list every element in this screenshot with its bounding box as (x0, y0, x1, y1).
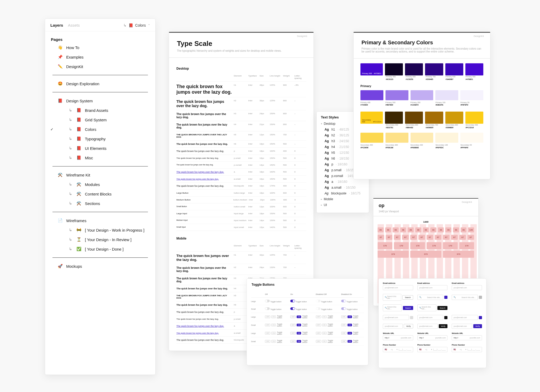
color-swatch[interactable] (411, 90, 433, 100)
color-swatch[interactable] (360, 90, 383, 100)
email-field[interactable]: you@email.com (452, 285, 482, 290)
toggle-cell[interactable]: Toggle button (290, 300, 313, 303)
search-icon-button[interactable] (479, 296, 482, 299)
toggle-switch-cell[interactable]: OFFON Toggle switch (290, 315, 313, 319)
color-swatch[interactable] (425, 112, 443, 124)
toggle-cell[interactable]: Toggle button (290, 307, 313, 310)
page-item[interactable]: 🚀Mockups (51, 261, 150, 271)
email-field[interactable]: you@email.com (383, 324, 403, 329)
search-button[interactable]: Search (402, 295, 413, 300)
color-swatch[interactable] (425, 63, 443, 75)
color-swatch[interactable] (385, 63, 403, 75)
toggle-switch-cell[interactable]: OFFON Toggle switch (265, 331, 288, 335)
page-item[interactable]: ⚒️Wireframe Kit (51, 170, 150, 180)
color-swatch[interactable] (360, 133, 383, 143)
type-scale-row: The quick brown fox jumps over the lazy … (176, 169, 306, 176)
page-child-item[interactable]: ✓↳📕Colors (51, 125, 150, 134)
color-swatch[interactable] (445, 63, 463, 75)
page-child-item[interactable]: ↳📕Typography (51, 134, 150, 144)
email-field[interactable]: you@email.com (417, 285, 448, 290)
verify-button[interactable]: Verify (439, 324, 448, 328)
search-input[interactable]: 🔍 Search this site… (417, 304, 436, 311)
color-swatch[interactable] (435, 133, 458, 143)
color-swatch-hero[interactable]: Secondary 500#FCCD16 (360, 112, 383, 124)
page-child-item[interactable]: ↳📕Misc (51, 153, 150, 162)
verify-button[interactable]: Verify (473, 324, 482, 328)
website-field[interactable]: http:// yoursite.com (383, 335, 413, 340)
text-style-row[interactable]: Aga.small· 16/150 (321, 186, 365, 189)
color-swatch[interactable] (411, 133, 433, 143)
tab-assets[interactable]: Assets (68, 23, 80, 27)
tab-layers[interactable]: Layers (50, 23, 63, 27)
search-input[interactable]: 🔍 Search this site… (383, 304, 402, 311)
color-swatch[interactable] (405, 112, 423, 124)
toggle-switch-cell[interactable]: OFFON Toggle switch (290, 331, 313, 335)
page-child-item[interactable]: ↳🚧[ Your Design - Work in Progress ] (51, 225, 150, 235)
toggle-cell[interactable]: Toggle button (265, 307, 288, 310)
page-child-item[interactable]: ↳📕UI Elements (51, 144, 150, 153)
page-item[interactable]: 🤩Design Exploration (51, 79, 150, 88)
color-swatch[interactable] (465, 112, 483, 124)
toggle-switch-cell[interactable]: OFFON Toggle switch (265, 315, 288, 319)
color-swatch[interactable] (405, 63, 423, 75)
email-field[interactable]: you@email.com (383, 315, 409, 320)
search-button[interactable]: Search (403, 306, 413, 310)
toggle-switch-cell[interactable]: OFFON Toggle switch (290, 323, 313, 327)
phone-field[interactable]: 🇺🇸 +1 ▾ (___) ___-____ (417, 347, 448, 352)
page-child-item[interactable]: ↳⚒️Content Blocks (51, 189, 150, 199)
page-item[interactable]: ✏️DesignKit (51, 62, 150, 71)
toggle-switch-cell[interactable]: OFFON Toggle switch (265, 340, 288, 343)
toggle-switch-cell[interactable]: OFFON Toggle switch (265, 323, 288, 327)
color-swatch[interactable] (465, 63, 483, 75)
phone-field[interactable]: 🇺🇸 +1 ▾ (___) ___-____ (383, 347, 413, 352)
page-item[interactable]: 📕Design System (51, 96, 150, 106)
type-sample: The quick brown fox jumps over the lazy … (176, 99, 232, 108)
submit-icon-button[interactable] (410, 316, 413, 319)
search-input[interactable]: 🔍 Search this site… (452, 295, 478, 300)
phone-field[interactable]: 🇺🇸 +1 ▾ (___) ___-____ (452, 347, 482, 352)
text-style-row[interactable]: Aga· 18/160 (321, 180, 365, 184)
page-child-item[interactable]: ↳📕Grid System (51, 115, 150, 125)
toggle-pill-icon (290, 307, 295, 310)
page-child-item[interactable]: ↳⏳[ Your Design - In Review ] (51, 235, 150, 244)
colors-frame[interactable]: DesignKit Primary & Secondary Colors Pri… (353, 32, 490, 179)
toggle-cell[interactable]: Toggle button (265, 300, 288, 303)
website-field[interactable]: http:// yoursite.com (417, 335, 448, 340)
color-swatch[interactable] (445, 112, 463, 124)
color-swatch-hero[interactable]: Primary 500#4708D1 (360, 63, 383, 75)
text-styles-group-mobile[interactable]: ▸ Mobile (321, 197, 365, 201)
website-field[interactable]: http:// yoursite.com (452, 335, 482, 340)
color-swatch[interactable] (435, 90, 458, 100)
verify-button[interactable]: Verify (404, 324, 413, 328)
search-input[interactable]: 🔍 Search this site… (417, 295, 443, 300)
email-field[interactable]: you@email.com (417, 324, 438, 329)
search-input[interactable]: 🔍 Search this site… (383, 294, 401, 301)
email-field[interactable]: you@email.com (452, 324, 472, 329)
page-child-item[interactable]: ↳📕Brand Assets (51, 106, 150, 115)
text-style-row[interactable]: Agblockquote· 18/175 (321, 192, 365, 195)
search-icon-button[interactable] (444, 296, 447, 299)
page-item[interactable]: 👋How To (51, 43, 150, 52)
panel-breadcrumb[interactable]: ↳ 📕 Colors ⌃ (123, 23, 150, 27)
inputs-frame[interactable]: Email address you@email.com Email addres… (378, 278, 486, 368)
email-field[interactable]: you@email.com (383, 285, 413, 290)
color-swatch[interactable] (385, 112, 403, 124)
text-styles-group-ui[interactable]: ▸ UI (321, 203, 365, 207)
toggle-switch-cell[interactable]: OFFON Toggle switch (290, 340, 313, 343)
submit-icon-button[interactable] (444, 316, 447, 319)
color-swatch[interactable] (385, 90, 408, 100)
type-scale-row: The quick brown fox jumps over the lazy … (176, 155, 306, 162)
page-item[interactable]: 📌Examples (51, 52, 150, 62)
search-button[interactable]: Search (437, 306, 447, 310)
page-child-item[interactable]: ↳✅[ Your Design - Done ] (51, 244, 150, 254)
color-swatch[interactable] (460, 133, 483, 143)
submit-icon-button[interactable] (479, 316, 482, 319)
page-child-item[interactable]: ↳⚒️Modules (51, 180, 150, 189)
page-child-item[interactable]: ↳⚒️Sections (51, 199, 150, 208)
page-item[interactable]: 📄Wireframes (51, 216, 150, 225)
color-swatch[interactable] (385, 133, 408, 143)
email-field[interactable]: you@email.com (452, 315, 478, 320)
email-field[interactable]: you@email.com (417, 315, 443, 320)
color-swatch[interactable] (460, 90, 483, 100)
toggle-buttons-frame[interactable]: Toggle Buttons Off On Disabled Off Disab… (247, 278, 368, 365)
